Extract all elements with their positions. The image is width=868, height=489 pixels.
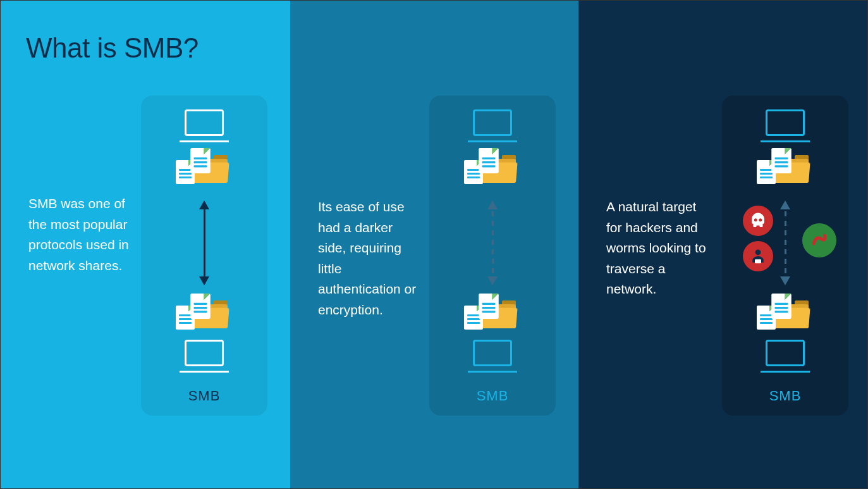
diagram-container: What is SMB? SMB was one of the most pop… xyxy=(0,0,868,489)
laptop-icon xyxy=(180,340,229,373)
panel-3-caption: SMB xyxy=(769,388,802,404)
folder-files-icon xyxy=(176,150,233,188)
folder-files-icon xyxy=(464,150,521,188)
skull-icon xyxy=(743,206,773,236)
panel-1-caption: SMB xyxy=(188,388,221,404)
laptop-icon xyxy=(761,340,810,373)
panel-3-stack: SMB xyxy=(722,96,848,416)
arrow-dashed-threat-icon xyxy=(785,195,786,290)
panel-2: Its ease of use had a darker side, requi… xyxy=(290,1,578,488)
laptop-icon xyxy=(180,109,229,142)
laptop-icon xyxy=(468,109,517,142)
folder-files-icon xyxy=(757,150,814,188)
folder-files-icon xyxy=(757,295,814,333)
folder-files-icon xyxy=(176,295,233,333)
laptop-icon xyxy=(761,109,810,142)
svg-point-0 xyxy=(755,249,761,255)
laptop-icon xyxy=(468,340,517,373)
panel-3-text: A natural target for hackers and worms l… xyxy=(606,197,707,300)
panel-2-text: Its ease of use had a darker side, requi… xyxy=(318,197,419,320)
panel-1-text: SMB was one of the most popular protocol… xyxy=(28,194,130,276)
panel-2-caption: SMB xyxy=(477,388,509,404)
worm-icon xyxy=(802,223,836,257)
panel-1: What is SMB? SMB was one of the most pop… xyxy=(1,1,290,488)
panel-2-stack: SMB xyxy=(429,96,556,416)
svg-rect-1 xyxy=(755,259,761,263)
arrow-bidirectional-icon xyxy=(204,195,205,290)
panel-3: A natural target for hackers and worms l… xyxy=(578,1,867,488)
arrow-dashed-icon xyxy=(492,195,494,290)
diagram-title: What is SMB? xyxy=(26,32,265,64)
hacker-icon xyxy=(743,241,773,271)
folder-files-icon xyxy=(464,295,521,333)
panel-1-stack: SMB xyxy=(141,96,267,416)
